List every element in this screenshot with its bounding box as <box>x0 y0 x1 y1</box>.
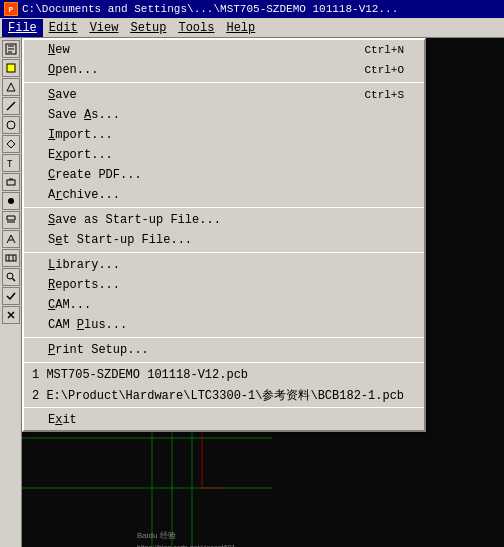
menu-item-print-setup[interactable]: Print Setup... <box>24 340 424 360</box>
toolbar-btn-14[interactable] <box>2 287 20 305</box>
menu-file[interactable]: File <box>2 19 43 37</box>
menu-edit[interactable]: Edit <box>43 19 84 37</box>
separator-1 <box>24 82 424 83</box>
menu-item-recent-1[interactable]: 1 MST705-SZDEMO 101118-V12.pcb <box>24 365 424 385</box>
svg-text:T: T <box>7 159 13 169</box>
toolbar-btn-6[interactable] <box>2 135 20 153</box>
svg-point-13 <box>7 273 13 279</box>
toolbar-btn-2[interactable] <box>2 59 20 77</box>
menu-item-set-startup[interactable]: Set Start-up File... <box>24 230 424 250</box>
separator-5 <box>24 362 424 363</box>
toolbar-btn-4[interactable] <box>2 97 20 115</box>
toolbar-btn-15[interactable] <box>2 306 20 324</box>
svg-rect-5 <box>7 180 15 185</box>
menu-item-save-startup[interactable]: Save as Start-up File... <box>24 210 424 230</box>
menu-item-import[interactable]: Import... <box>24 125 424 145</box>
separator-6 <box>24 407 424 408</box>
menu-item-reports[interactable]: Reports... <box>24 275 424 295</box>
menu-item-cam-plus[interactable]: CAM Plus... <box>24 315 424 335</box>
toolbar-btn-7[interactable]: T <box>2 154 20 172</box>
toolbar-btn-10[interactable] <box>2 211 20 229</box>
file-menu-dropdown: New Ctrl+N Open... Ctrl+O Save Ctrl+S Sa… <box>22 38 426 432</box>
toolbar-btn-8[interactable] <box>2 173 20 191</box>
menu-item-save-as[interactable]: Save As... <box>24 105 424 125</box>
toolbar-btn-9[interactable] <box>2 192 20 210</box>
file-menu-panel: New Ctrl+N Open... Ctrl+O Save Ctrl+S Sa… <box>22 38 426 432</box>
toolbar-btn-3[interactable] <box>2 78 20 96</box>
menu-item-archive[interactable]: Archive... <box>24 185 424 205</box>
toolbar-btn-13[interactable] <box>2 268 20 286</box>
menu-item-new[interactable]: New Ctrl+N <box>24 40 424 60</box>
menu-item-library[interactable]: Library... <box>24 255 424 275</box>
toolbar-btn-1[interactable] <box>2 40 20 58</box>
app-icon: P <box>4 2 18 16</box>
menu-item-exit[interactable]: Exit <box>24 410 424 430</box>
menu-item-recent-2[interactable]: 2 E:\Product\Hardware\LTC3300-1\参考资料\BCB… <box>24 385 424 405</box>
title-text: C:\Documents and Settings\...\MST705-SZD… <box>22 3 398 15</box>
main-area: T <box>0 38 504 547</box>
svg-point-3 <box>7 121 15 129</box>
toolbar-btn-5[interactable] <box>2 116 20 134</box>
menu-view[interactable]: View <box>84 19 125 37</box>
separator-3 <box>24 252 424 253</box>
svg-line-2 <box>7 102 15 110</box>
menu-item-create-pdf[interactable]: Create PDF... <box>24 165 424 185</box>
svg-rect-10 <box>6 255 16 261</box>
menu-item-save[interactable]: Save Ctrl+S <box>24 85 424 105</box>
left-toolbar: T <box>0 38 22 547</box>
title-bar: P C:\Documents and Settings\...\MST705-S… <box>0 0 504 18</box>
toolbar-btn-11[interactable] <box>2 230 20 248</box>
menu-item-open[interactable]: Open... Ctrl+O <box>24 60 424 80</box>
menu-item-cam[interactable]: CAM... <box>24 295 424 315</box>
menu-bar: File Edit View Setup Tools Help <box>0 18 504 38</box>
menu-help[interactable]: Help <box>220 19 261 37</box>
menu-tools[interactable]: Tools <box>172 19 220 37</box>
separator-2 <box>24 207 424 208</box>
toolbar-btn-12[interactable] <box>2 249 20 267</box>
menu-item-export[interactable]: Export... <box>24 145 424 165</box>
separator-4 <box>24 337 424 338</box>
menu-setup[interactable]: Setup <box>124 19 172 37</box>
svg-rect-1 <box>7 64 15 72</box>
svg-line-14 <box>12 279 15 282</box>
svg-text:Baidu 经验: Baidu 经验 <box>137 531 176 540</box>
svg-point-8 <box>8 198 14 204</box>
